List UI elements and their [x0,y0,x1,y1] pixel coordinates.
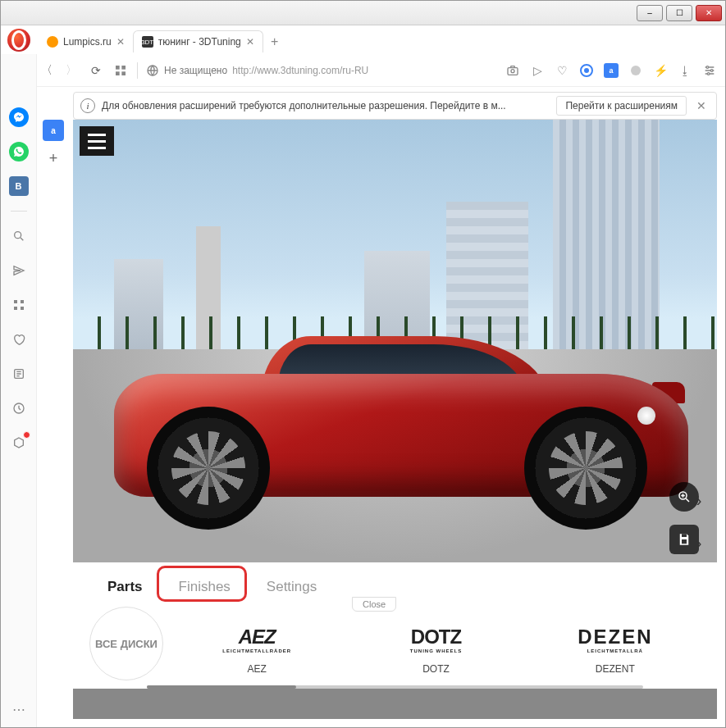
tab-lumpics[interactable]: Lumpics.ru ✕ [39,31,133,52]
browser-tabs: Lumpics.ru ✕ 3DT тюнинг - 3DTuning ✕ + [1,25,725,54]
new-tab-button[interactable]: + [267,34,283,50]
speed-dial-icon[interactable] [9,295,29,315]
svg-point-17 [706,66,709,68]
brand-logo-sub: LEICHTMETALLRÄDER [222,648,291,653]
tab-title: тюнинг - 3DTuning [158,36,241,48]
infobar-close-icon[interactable]: ✕ [693,99,710,112]
add-sidebar-button[interactable]: + [43,148,64,169]
all-disks-button[interactable]: ВСЕ ДИСКИ [89,607,163,680]
back-button[interactable]: 〈 [39,62,55,79]
wheel-front[interactable] [147,407,270,530]
brand-logo-text: DEZEN [578,626,652,648]
panel-close-button[interactable]: Close [352,597,396,612]
window-maximize[interactable]: ☐ [666,5,692,21]
security-label: Не защищено [164,65,227,76]
brand-logo-text: DOTZ [411,626,461,648]
vk-icon[interactable]: B [9,176,29,196]
favicon-3dtuning: 3DT [142,36,153,48]
opera-menu-button[interactable] [7,29,30,52]
history-sidebar-icon[interactable] [9,398,29,418]
play-icon[interactable]: ▷ [530,63,545,78]
vpn-icon[interactable] [628,63,643,78]
save-expand-icon[interactable]: › [689,528,709,557]
opera-sidebar: B ⋯ [1,25,37,727]
bookmark-heart-icon[interactable]: ♡ [555,63,569,78]
brand-dezent[interactable]: DEZENLEICHTMETALLRÄ DEZENT [530,621,701,675]
brand-logo-sub: LEICHTMETALLRÄ [587,648,643,653]
favicon-lumpics [47,36,58,48]
address-bar: 〈 〉 ⟳ Не защищено http://www.3dtuning.co… [1,54,725,87]
svg-rect-22 [682,539,687,544]
speed-dial-button[interactable] [112,62,129,79]
forward-button[interactable]: 〉 [63,62,80,79]
window-minimize[interactable]: – [637,5,663,21]
translate-page-icon[interactable]: а [43,120,64,141]
page-sidebar: а + [37,120,70,169]
svg-point-0 [14,232,21,239]
brand-dotz[interactable]: DOTZTUNING WHEELS DOTZ [350,621,521,675]
svg-rect-8 [121,66,126,70]
tab-finishes[interactable]: Finishes [161,571,249,603]
wand-icon[interactable]: ⚡ [653,63,668,78]
zoom-expand-icon[interactable]: › [689,485,709,515]
extensions-sidebar-icon[interactable] [9,433,29,453]
screenshot-icon[interactable] [505,63,520,78]
url-text: http://www.3dtuning.com/ru-RU [232,65,368,76]
svg-rect-4 [21,307,24,310]
viewport-controls: › › [651,475,709,562]
svg-point-18 [710,69,713,71]
tab-3dtuning[interactable]: 3DT тюнинг - 3DTuning ✕ [133,30,263,52]
wheel-rear[interactable] [524,407,647,530]
window-close[interactable]: ✕ [696,5,722,21]
app-menu-button[interactable] [80,126,114,156]
easy-setup-icon[interactable] [702,63,717,78]
car-viewport[interactable]: 3DT › › [73,120,717,562]
brand-name: AEZ [171,663,342,675]
extension-infobar: i Для обновления расширений требуются до… [73,92,717,120]
parts-panel: Parts Finishes Settings Close ВСЕ ДИСКИ … [73,562,717,689]
infobar-message: Для обновления расширений требуются допо… [102,100,550,111]
adblock-icon[interactable] [579,63,594,78]
sidebar-divider [11,211,27,212]
brand-logo-text: AEZ [239,626,276,648]
whatsapp-icon[interactable] [9,142,29,162]
svg-rect-21 [682,534,687,537]
car-model[interactable]: 3DT [89,316,696,530]
go-to-extensions-button[interactable]: Перейти к расширениям [556,96,687,116]
svg-rect-1 [14,300,17,303]
svg-rect-2 [21,300,24,303]
page-content: 3DT › › Parts Finishes Settings Close ВС… [73,120,717,719]
tab-title: Lumpics.ru [63,36,112,48]
brand-name: DEZENT [530,663,701,675]
tab-settings[interactable]: Settings [249,571,335,603]
info-icon: i [80,98,95,113]
svg-point-19 [707,72,710,75]
addr-actions: ▷ ♡ а ⚡ ⭳ [505,63,717,78]
svg-rect-3 [14,307,17,310]
brand-row: ВСЕ ДИСКИ AEZLEICHTMETALLRÄDER AEZ DOTZT… [73,608,717,684]
translate-addr-icon[interactable]: а [604,63,619,78]
addr-divider [137,62,138,79]
send-sidebar-icon[interactable] [9,261,29,280]
tab-close-icon[interactable]: ✕ [246,36,254,48]
svg-point-13 [511,69,514,72]
sidebar-more-icon[interactable]: ⋯ [12,702,25,717]
download-icon[interactable]: ⭳ [678,63,692,78]
svg-point-16 [631,66,641,75]
brand-name: DOTZ [350,663,521,675]
search-sidebar-icon[interactable] [9,226,29,246]
heart-sidebar-icon[interactable] [9,330,29,349]
window-titlebar: – ☐ ✕ [1,1,725,25]
svg-point-15 [584,68,589,73]
tab-close-icon[interactable]: ✕ [116,36,125,48]
brand-scrollbar[interactable] [147,685,643,689]
tab-parts[interactable]: Parts [89,571,161,603]
brand-logo-sub: TUNING WHEELS [410,648,462,653]
url-field[interactable]: Не защищено http://www.3dtuning.com/ru-R… [146,64,497,77]
fuel-cap [637,407,655,425]
svg-rect-9 [116,71,120,75]
messenger-icon[interactable] [9,107,29,127]
news-sidebar-icon[interactable] [9,364,29,384]
reload-button[interactable]: ⟳ [88,62,104,79]
brand-aez[interactable]: AEZLEICHTMETALLRÄDER AEZ [171,621,342,675]
